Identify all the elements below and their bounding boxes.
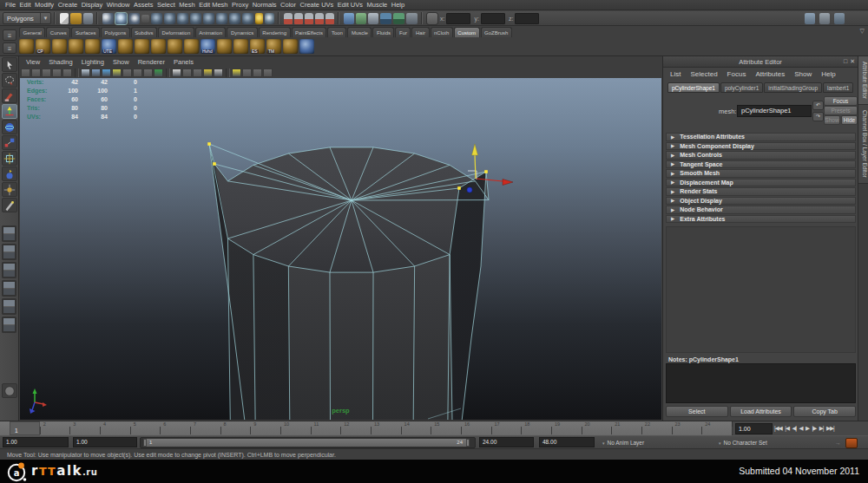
manipulator-z-handle[interactable] [467, 187, 472, 193]
snap-curve-icon[interactable] [294, 13, 303, 24]
load-attributes-button[interactable]: Load Attributes [730, 406, 792, 417]
vp-wireframe-icon[interactable] [81, 69, 90, 77]
mask-misc-icon[interactable] [242, 13, 253, 24]
viewport-menu-view[interactable]: View [26, 58, 40, 66]
select-component-icon[interactable] [128, 13, 140, 24]
vp-wireframe-on-shaded-icon[interactable] [193, 69, 202, 77]
layout-four-view[interactable] [2, 244, 16, 260]
shelf-barrel-1-icon[interactable] [118, 39, 133, 54]
mask-surfaces-icon[interactable] [190, 13, 201, 24]
menu-window[interactable]: Window [107, 1, 130, 9]
menu-select[interactable]: Select [157, 1, 175, 9]
menu-create-uvs[interactable]: Create UVs [300, 1, 334, 9]
shelf-tab-polygons[interactable]: Polygons [101, 27, 130, 37]
selected-vertex[interactable] [213, 162, 216, 166]
ae-menu-selected[interactable]: Selected [690, 70, 717, 78]
menu-create[interactable]: Create [58, 1, 78, 9]
lasso-select-tool[interactable] [2, 73, 17, 88]
new-scene-icon[interactable] [60, 13, 69, 24]
last-tool[interactable] [2, 198, 17, 212]
range-end-handle[interactable] [466, 439, 470, 447]
expand-arrow-icon[interactable]: ▶ [671, 189, 674, 194]
rotate-tool[interactable] [2, 120, 17, 134]
menu-set-selector[interactable]: Polygons ▼ [3, 12, 51, 24]
menu-normals[interactable]: Normals [253, 1, 277, 9]
manipulator-x-handle[interactable] [503, 179, 513, 186]
viewport-menu-renderer[interactable]: Renderer [138, 58, 165, 66]
section-node-behavior[interactable]: ▶Node Behavior [666, 206, 856, 214]
tool-settings-toggle-icon[interactable] [819, 13, 830, 24]
menu-assets[interactable]: Assets [134, 1, 154, 9]
shelf-tab-fluids[interactable]: Fluids [372, 27, 394, 37]
viewport-menu-show[interactable]: Show [113, 58, 129, 66]
swap-down-icon[interactable]: ↷ [812, 112, 824, 121]
vp-motion-blur-icon[interactable] [143, 69, 153, 77]
mask-curves-icon[interactable] [177, 13, 188, 24]
snap-point-icon[interactable] [305, 13, 313, 24]
mask-dynamics-icon[interactable] [216, 13, 227, 24]
ae-tab-polyCylinder1[interactable]: polyCylinder1 [720, 82, 763, 93]
arttalk-logo[interactable]: a rттalk.ru [5, 461, 97, 482]
shelf-wall-icon[interactable] [283, 39, 298, 54]
select-button[interactable]: Select [666, 406, 728, 417]
cylinder-mesh-scene[interactable] [20, 78, 661, 420]
shelf-menu-arrow-icon[interactable]: ▽ [860, 28, 865, 35]
vp-image-plane-icon[interactable] [62, 69, 72, 77]
menu-color[interactable]: Color [280, 1, 296, 9]
shelf-tab-animation[interactable]: Animation [195, 27, 227, 37]
expand-arrow-icon[interactable]: ▶ [671, 153, 674, 158]
ae-menu-focus[interactable]: Focus [727, 70, 746, 78]
vp-bookmark-icon[interactable] [52, 69, 62, 77]
shelf-tab-custom[interactable]: Custom [454, 27, 480, 37]
menu-mesh[interactable]: Mesh [179, 1, 194, 9]
shelf-poly-1-icon[interactable] [19, 39, 34, 54]
render-frame-icon[interactable] [380, 13, 391, 24]
shelf-tm-icon[interactable]: TM [266, 39, 281, 54]
menu-edit-mesh[interactable]: Edit Mesh [199, 1, 227, 9]
section-extra-attributes[interactable]: ▶Extra Attributes [666, 215, 856, 224]
vp-lock-camera-icon[interactable] [31, 69, 41, 77]
x-coordinate-field[interactable] [446, 13, 470, 24]
layout-persp-outliner[interactable] [2, 262, 16, 278]
play-forwards-button[interactable]: ▶ [806, 425, 809, 432]
shelf-tab-toon[interactable]: Toon [327, 27, 346, 37]
copy-tab-button[interactable]: Copy Tab [793, 406, 856, 417]
vp-shadows-icon[interactable] [122, 69, 132, 77]
shelf-sack-1-icon[interactable] [217, 39, 232, 54]
select-object-icon[interactable] [115, 13, 127, 24]
select-hierarchy-icon[interactable] [102, 13, 114, 24]
step-forward-frame-button[interactable]: ▶| [819, 425, 824, 432]
expand-arrow-icon[interactable]: ▶ [671, 143, 674, 148]
shelf-sack-2-icon[interactable] [233, 39, 248, 54]
hide-button[interactable]: Hide [841, 115, 858, 125]
go-to-start-button[interactable]: |◀◀ [774, 425, 782, 432]
vp-all-lights-icon[interactable] [112, 69, 122, 77]
step-back-key-button[interactable]: ◀| [792, 425, 796, 432]
expand-arrow-icon[interactable]: ▶ [671, 207, 674, 212]
shelf-tab-hair[interactable]: Hair [411, 27, 429, 37]
shelf-tab-curves[interactable]: Curves [46, 27, 70, 37]
shelf-ute-icon[interactable]: UTE [102, 39, 116, 54]
soft-modification-tool[interactable] [2, 166, 17, 181]
selected-vertex[interactable] [207, 142, 211, 146]
menu-edit-uvs[interactable]: Edit UVs [338, 1, 363, 9]
menu-help[interactable]: Help [391, 1, 404, 9]
shelf-plane-icon[interactable] [168, 39, 182, 54]
shelf-barrel-2-icon[interactable] [135, 39, 149, 54]
selected-vertex[interactable] [457, 186, 461, 190]
layout-hypershade-persp[interactable] [2, 280, 16, 297]
viewport-3d-canvas[interactable]: Verts:42420Edges:1001001Faces:60600Tris:… [20, 78, 661, 420]
section-displacement-map[interactable]: ▶Displacement Map [666, 179, 856, 187]
anim-layer-selector[interactable]: ▾No Anim Layer [602, 440, 644, 446]
vp-xray-icon[interactable] [182, 69, 192, 77]
vp-safe-title-icon[interactable] [263, 69, 273, 77]
character-set-selector[interactable]: ▾No Character Set [719, 440, 767, 446]
shelf-tab-muscle[interactable]: Muscle [347, 27, 372, 37]
input-line-toggle-icon[interactable] [427, 13, 437, 24]
shelf-zbrush-icon[interactable] [299, 39, 314, 54]
float-panel-icon[interactable]: □ [844, 58, 847, 65]
shelf-ring-icon[interactable] [52, 39, 67, 54]
expand-arrow-icon[interactable]: ▶ [671, 171, 674, 176]
output-connection-icon[interactable] [356, 13, 366, 24]
vp-default-material-icon[interactable] [172, 69, 181, 77]
